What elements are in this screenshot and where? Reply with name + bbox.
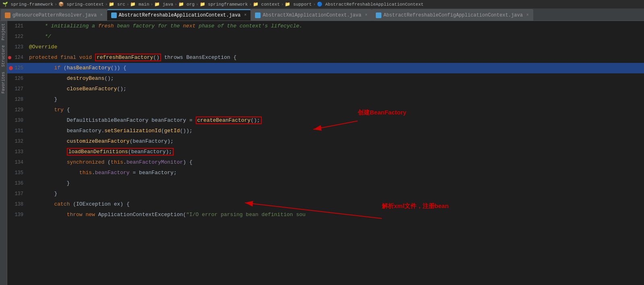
line-content-131: beanFactory.setSerializationId(getId()); bbox=[27, 126, 644, 136]
line-number-136: 136 bbox=[7, 181, 27, 186]
line-content-122: */ bbox=[27, 31, 644, 42]
line-content-133: loadBeanDefinitions(beanFactory); bbox=[27, 147, 644, 157]
breadcrumb-spring-framework[interactable]: 🌱 spring-framework bbox=[2, 2, 53, 7]
line-content-132: customizeBeanFactory(beanFactory); bbox=[27, 136, 644, 147]
line-number-129: 129 bbox=[7, 107, 27, 113]
line-content-125: if (hasBeanFactory()) { bbox=[27, 63, 644, 73]
breadcrumb-src[interactable]: 📁 src bbox=[109, 2, 125, 7]
table-row: 122 */ bbox=[7, 31, 644, 42]
line-number-122: 122 bbox=[7, 34, 27, 40]
tab-label-2: AbstractRefreshableApplicationContext.ja… bbox=[119, 12, 240, 18]
line-content-136: } bbox=[27, 178, 644, 189]
breadcrumb-context[interactable]: 📁 context bbox=[253, 2, 280, 7]
line-number-132: 132 bbox=[7, 139, 27, 144]
table-row: 126 destroyBeans(); bbox=[7, 73, 644, 84]
table-row: 136 } bbox=[7, 178, 644, 189]
line-content-129: try { bbox=[27, 105, 644, 115]
tab-close-4[interactable]: × bbox=[526, 13, 529, 17]
table-row: 134 synchronized (this.beanFactoryMonito… bbox=[7, 157, 644, 168]
breadcrumb-org[interactable]: 📁 org bbox=[178, 2, 195, 7]
table-row: 133 loadBeanDefinitions(beanFactory); bbox=[7, 147, 644, 157]
tab-label-1: gResourcePatternResolver.java bbox=[12, 12, 97, 18]
tab-close-1[interactable]: × bbox=[100, 13, 103, 17]
line-content-135: this.beanFactory = beanFactory; bbox=[27, 168, 644, 178]
table-row: 139 throw new ApplicationContextExceptio… bbox=[7, 210, 644, 220]
table-row: 132 customizeBeanFactory(beanFactory); bbox=[7, 136, 644, 147]
breadcrumb-springframework[interactable]: 📁 springframework bbox=[200, 2, 248, 7]
table-row: 129 try { bbox=[7, 105, 644, 115]
breadcrumb-class[interactable]: 🔵 AbstractRefreshableApplicationContext bbox=[317, 2, 424, 7]
annotation-create-bean-factory: 创建BeanFactory bbox=[358, 109, 406, 116]
table-row: 125 if (hasBeanFactory()) { bbox=[7, 63, 644, 73]
line-number-125: 125 bbox=[7, 65, 27, 71]
line-content-134: synchronized (this.beanFactoryMonitor) { bbox=[27, 157, 644, 168]
line-number-127: 127 bbox=[7, 86, 27, 92]
tab-label-3: AbstractXmlApplicationContext.java bbox=[263, 12, 361, 18]
code-area: 121 * initializing a fresh bean factory … bbox=[7, 21, 644, 285]
tab-icon-3 bbox=[255, 12, 261, 18]
breadcrumb-bar: 🌱 spring-framework › 📦 spring-context › … bbox=[0, 0, 644, 9]
line-content-121: * initializing a fresh bean factory for … bbox=[27, 21, 644, 31]
line-content-139: throw new ApplicationContextException("I… bbox=[27, 210, 644, 220]
tab-icon-1 bbox=[5, 12, 10, 18]
tab-abstract-refreshable-config[interactable]: AbstractRefreshableConfigApplicationCont… bbox=[372, 9, 533, 21]
line-number-124: 124 bbox=[7, 55, 27, 60]
breadcrumb-java[interactable]: 📁 java bbox=[154, 2, 173, 7]
line-content-124: protected final void refreshBeanFactory(… bbox=[27, 52, 644, 63]
tab-abstract-xml[interactable]: AbstractXmlApplicationContext.java × bbox=[251, 9, 372, 21]
tab-bar: gResourcePatternResolver.java × Abstract… bbox=[0, 9, 644, 21]
line-number-135: 135 bbox=[7, 170, 27, 176]
line-content-126: destroyBeans(); bbox=[27, 73, 644, 84]
breadcrumb-support[interactable]: 📁 support bbox=[285, 2, 312, 7]
table-row: 121 * initializing a fresh bean factory … bbox=[7, 21, 644, 31]
side-labels: Project Structure Favorites bbox=[0, 21, 7, 285]
table-row: 135 this.beanFactory = beanFactory; bbox=[7, 168, 644, 178]
table-row: 128 } bbox=[7, 94, 644, 105]
line-number-126: 126 bbox=[7, 76, 27, 81]
side-label-project[interactable]: Project bbox=[0, 21, 6, 43]
table-row: 123 @Override bbox=[7, 42, 644, 52]
line-number-130: 130 bbox=[7, 118, 27, 123]
line-content-130: DefaultListableBeanFactory beanFactory =… bbox=[27, 115, 644, 126]
line-content-128: } bbox=[27, 94, 644, 105]
line-number-123: 123 bbox=[7, 44, 27, 50]
breadcrumb-spring-context[interactable]: 📦 spring-context bbox=[58, 2, 104, 7]
table-row: 124 protected final void refreshBeanFact… bbox=[7, 52, 644, 63]
line-number-133: 133 bbox=[7, 149, 27, 155]
line-number-131: 131 bbox=[7, 128, 27, 134]
table-row: 138 catch (IOException ex) { bbox=[7, 199, 644, 210]
tab-close-2[interactable]: × bbox=[244, 13, 246, 17]
table-row: 131 beanFactory.setSerializationId(getId… bbox=[7, 126, 644, 136]
annotation-parse-xml: 解析xml文件，注册bean bbox=[382, 202, 449, 210]
side-label-favorites[interactable]: Favorites bbox=[0, 69, 6, 96]
tab-icon-4 bbox=[376, 12, 381, 18]
tab-resource-pattern-resolver[interactable]: gResourcePatternResolver.java × bbox=[1, 9, 107, 21]
line-content-138: catch (IOException ex) { bbox=[27, 199, 644, 210]
line-number-134: 134 bbox=[7, 160, 27, 165]
line-number-121: 121 bbox=[7, 23, 27, 29]
line-content-137: } bbox=[27, 189, 644, 199]
tab-label-4: AbstractRefreshableConfigApplicationCont… bbox=[383, 12, 523, 18]
line-number-138: 138 bbox=[7, 202, 27, 207]
line-number-128: 128 bbox=[7, 97, 27, 102]
side-label-structure[interactable]: Structure bbox=[0, 43, 6, 69]
tab-icon-2 bbox=[111, 12, 117, 18]
table-row: 130 DefaultListableBeanFactory beanFacto… bbox=[7, 115, 644, 126]
line-number-137: 137 bbox=[7, 191, 27, 197]
line-content-123: @Override bbox=[27, 42, 644, 52]
line-content-127: closeBeanFactory(); bbox=[27, 84, 644, 94]
line-number-139: 139 bbox=[7, 212, 27, 218]
editor-area: Project Structure Favorites 121 * initia… bbox=[0, 21, 644, 285]
breadcrumb-main[interactable]: 📁 main bbox=[130, 2, 149, 7]
table-row: 137 } bbox=[7, 189, 644, 199]
lines-container: 121 * initializing a fresh bean factory … bbox=[7, 21, 644, 220]
tab-abstract-refreshable[interactable]: AbstractRefreshableApplicationContext.ja… bbox=[107, 9, 251, 21]
table-row: 127 closeBeanFactory(); bbox=[7, 84, 644, 94]
tab-close-3[interactable]: × bbox=[365, 13, 367, 17]
